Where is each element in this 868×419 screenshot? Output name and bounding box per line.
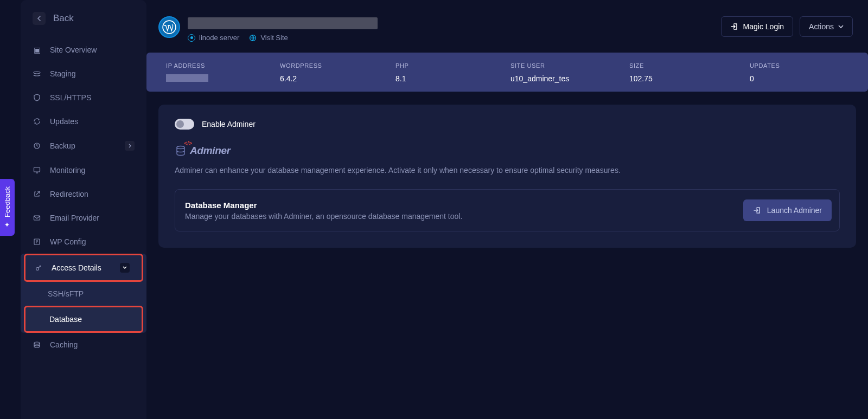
sidebar-item-backup[interactable]: Backup	[21, 133, 146, 158]
visit-site-label: Visit Site	[260, 34, 288, 42]
svg-rect-1	[34, 167, 40, 172]
adminer-brand: </> Adminer	[175, 145, 840, 157]
sidebar-item-label: Monitoring	[50, 166, 85, 175]
chevron-down-icon	[838, 25, 844, 29]
shield-icon	[33, 94, 41, 101]
wordpress-logo-icon	[158, 16, 180, 38]
sidebar-item-label: Site Overview	[50, 46, 97, 54]
highlight-access-details: Access Details	[24, 254, 143, 282]
actions-label: Actions	[809, 22, 834, 31]
sidebar-item-site-overview[interactable]: ▣ Site Overview	[21, 38, 146, 62]
mail-icon	[33, 214, 41, 222]
page-header: linode server Visit Site Magic Login	[146, 0, 868, 53]
sidebar-item-monitoring[interactable]: Monitoring	[21, 158, 146, 182]
staging-icon	[33, 70, 41, 78]
sidebar-item-email-provider[interactable]: Email Provider	[21, 206, 146, 230]
feedback-tab[interactable]: ✦ Feedback	[0, 179, 15, 236]
chevron-down-icon	[120, 263, 130, 273]
magic-login-label: Magic Login	[743, 22, 784, 31]
sidebar-sub-sshsftp[interactable]: SSH/sFTP	[21, 282, 146, 306]
key-icon	[34, 264, 43, 272]
sidebar-item-label: WP Config	[50, 237, 86, 246]
sidebar-sub-database[interactable]: Database	[25, 307, 142, 331]
site-user-label: SITE USER	[510, 62, 629, 69]
sparkle-icon: ✦	[4, 221, 11, 228]
feedback-label: Feedback	[3, 186, 11, 217]
login-icon	[730, 22, 739, 31]
back-button[interactable]: Back	[21, 7, 146, 38]
ip-label: IP ADDRESS	[166, 62, 280, 69]
svg-point-5	[163, 21, 176, 34]
visit-site-link[interactable]: Visit Site	[249, 34, 288, 42]
main-content: linode server Visit Site Magic Login	[146, 0, 868, 419]
magic-login-button[interactable]: Magic Login	[721, 16, 794, 37]
layout-icon: ▣	[33, 46, 41, 54]
launch-icon	[753, 206, 762, 215]
chevron-right-icon	[125, 141, 135, 151]
sidebar-item-ssl[interactable]: SSL/HTTPS	[21, 86, 146, 109]
launch-adminer-button[interactable]: Launch Adminer	[743, 199, 832, 221]
database-manager-panel: Database Manager Manage your databases w…	[175, 189, 840, 231]
adminer-card: Enable Adminer </> Adminer Adminer can e…	[158, 105, 856, 248]
monitor-icon	[33, 166, 41, 174]
site-title-redacted	[188, 17, 378, 29]
ip-value-redacted	[166, 74, 208, 82]
caching-icon	[33, 341, 41, 349]
sidebar-item-label: Staging	[50, 69, 75, 78]
database-manager-title: Database Manager	[185, 201, 462, 210]
sidebar-item-label: Access Details	[52, 263, 101, 272]
sidebar-item-label: Email Provider	[50, 214, 99, 222]
sidebar-item-label: Caching	[50, 340, 78, 349]
php-label: PHP	[395, 62, 510, 69]
sidebar-item-label: Backup	[50, 141, 75, 150]
external-link-icon	[33, 190, 41, 198]
adminer-brand-text: Adminer	[190, 145, 231, 157]
database-icon: </>	[175, 145, 187, 157]
sidebar-item-access-details[interactable]: Access Details	[25, 255, 142, 280]
wordpress-label: WORDPRESS	[280, 62, 395, 69]
actions-dropdown[interactable]: Actions	[800, 16, 853, 37]
info-strip: IP ADDRESS WORDPRESS 6.4.2 PHP 8.1 SITE …	[146, 53, 868, 92]
svg-point-4	[36, 268, 39, 270]
php-value: 8.1	[395, 74, 510, 83]
launch-adminer-label: Launch Adminer	[767, 206, 822, 215]
sidebar-item-redirection[interactable]: Redirection	[21, 182, 146, 206]
sidebar: Back ▣ Site Overview Staging SSL/HTTPS U…	[21, 0, 146, 419]
updates-value: 0	[750, 74, 868, 83]
config-icon	[33, 238, 41, 246]
sidebar-sub-label: SSH/sFTP	[48, 289, 84, 298]
updates-label: UPDATES	[750, 62, 868, 69]
sidebar-item-updates[interactable]: Updates	[21, 109, 146, 133]
sidebar-item-staging[interactable]: Staging	[21, 62, 146, 86]
adminer-description: Adminer can enhance your database manage…	[175, 164, 840, 176]
server-status-icon	[188, 34, 195, 42]
size-value: 102.75	[629, 74, 750, 83]
backup-icon	[33, 142, 41, 150]
sidebar-item-caching[interactable]: Caching	[21, 333, 146, 357]
site-user-value: u10_adminer_tes	[510, 74, 629, 83]
wordpress-value: 6.4.2	[280, 74, 395, 83]
enable-adminer-label: Enable Adminer	[202, 120, 256, 128]
chevron-left-icon	[33, 12, 46, 25]
globe-icon	[249, 34, 257, 42]
sidebar-item-label: Redirection	[50, 190, 88, 198]
highlight-database: Database	[24, 306, 143, 333]
refresh-icon	[33, 118, 41, 125]
sidebar-item-label: SSL/HTTPS	[50, 93, 91, 102]
sidebar-sub-label: Database	[49, 315, 82, 324]
size-label: SIZE	[629, 62, 750, 69]
back-label: Back	[53, 13, 74, 24]
svg-point-7	[177, 146, 184, 149]
database-manager-desc: Manage your databases with Adminer, an o…	[185, 212, 462, 221]
server-name: linode server	[199, 34, 239, 42]
sidebar-item-wp-config[interactable]: WP Config	[21, 230, 146, 254]
enable-adminer-toggle[interactable]	[175, 119, 194, 130]
sidebar-item-label: Updates	[50, 117, 78, 126]
